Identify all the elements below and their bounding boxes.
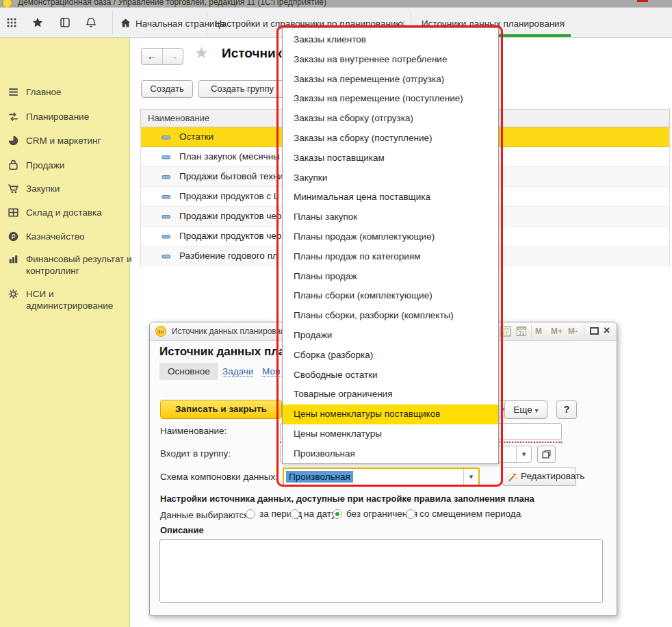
name-field-label: Наименование: [160,426,227,436]
dropdown-item[interactable]: Минимальная цена поставщика [283,188,498,207]
dropdown-item[interactable]: Заказы поставщикам [283,149,498,168]
chevron-down-icon[interactable]: ▾ [516,446,531,462]
finance-bars-icon [7,253,20,266]
sidebar-item-label: Продажи [26,159,134,171]
dialog-tab-tasks[interactable]: Задачи [222,366,253,377]
sidebar-item-label: Планирование [26,111,134,123]
dropdown-item[interactable]: Продажи [283,326,498,346]
more-button[interactable]: Еще ▾ [504,400,547,419]
dropdown-item[interactable]: Планы продаж (комплектующие) [283,227,498,247]
more-button-label: Еще [513,405,532,415]
svg-text:₽: ₽ [12,233,16,240]
planning-arrows-icon [7,110,20,123]
dropdown-item[interactable]: Планы продаж [283,267,498,287]
forward-arrow-icon[interactable]: → [163,49,183,64]
calendar-icon[interactable]: 31 [516,326,527,337]
dropdown-item[interactable]: Планы сборки, разборки (комплекты) [283,306,498,326]
dropdown-item[interactable]: Заказы на перемещение (поступление) [283,89,498,109]
table-row-label: План закупок (месячны [179,151,280,162]
radio-option-label: со смещением периода [419,509,521,519]
memory-button[interactable]: M [535,327,542,336]
history-nav: ← → [141,48,183,65]
app-menu-icon[interactable] [2,0,12,8]
dropdown-item[interactable]: Товарные ограничения [283,385,498,405]
dropdown-item[interactable]: Заказы клиентов [283,30,498,50]
home-tab[interactable]: Начальная страница [135,18,225,30]
dialog-tab-main[interactable]: Основное [159,363,218,380]
sidebar-item[interactable]: Финансовый результат и контроллинг [0,253,130,266]
sidebar-item[interactable]: ₽Казначейство [0,230,130,244]
notifications-bell-icon[interactable] [85,16,97,29]
calculator-icon[interactable] [500,326,511,337]
radio-dot-icon [333,509,342,519]
dropdown-item[interactable]: Закупки [283,168,498,188]
radio-option[interactable]: без ограничения [333,509,417,519]
sidebar-item[interactable]: НСИ и администрирование [0,287,130,301]
window-close-icon[interactable] [637,0,648,2]
favorites-star-icon[interactable] [31,16,44,29]
table-row-label: Продажи продуктов чер [179,231,281,241]
dropdown-item[interactable]: Заказы на внутреннее потребление [283,50,498,70]
sidebar-item-label: CRM и маркетинг [26,135,134,146]
help-button[interactable]: ? [556,400,577,419]
back-arrow-icon[interactable]: ← [142,49,163,64]
home-icon[interactable] [120,17,131,29]
tab-divider [207,11,207,34]
period-radio-group: за периодна датубез ограничениясо смещен… [150,509,617,524]
maximize-icon[interactable] [590,327,599,335]
dropdown-item[interactable]: Заказы на сборку (отгрузка) [283,109,498,129]
apps-grid-icon[interactable] [5,16,18,29]
description-textarea[interactable] [159,539,603,603]
dropdown-item[interactable]: Цены номенклатуры [283,424,498,444]
open-list-icon [541,449,552,459]
svg-text:31: 31 [519,331,525,336]
sidebar-item-label: Казначейство [26,231,134,242]
history-scroll-icon[interactable] [59,16,71,29]
window-titlebar: Демонстрационная база / Управление торго… [0,0,672,8]
close-icon[interactable]: × [604,324,610,337]
edit-schema-label: Редактировать [521,471,584,481]
warehouse-grid-icon [7,206,20,219]
favorite-star-icon[interactable]: ★ [194,44,209,62]
dropdown-item[interactable]: Планы закупок [283,207,498,227]
dropdown-item[interactable]: Планы продаж по категориям [283,247,498,267]
sidebar-item[interactable]: Склад и доставка [0,206,130,220]
dropdown-item[interactable]: Свободные остатки [283,366,498,385]
item-dash-icon [161,155,171,160]
sections-menu-icon [7,86,20,99]
window-title: Демонстрационная база / Управление торго… [18,0,326,7]
sidebar-item[interactable]: Планирование [0,110,130,124]
radio-option[interactable]: на дату [290,509,336,519]
edit-schema-button[interactable]: Редактировать [502,468,576,486]
table-row-label: Остатки [179,131,214,142]
schema-field-label: Схема компоновки данных: [160,472,278,482]
sidebar-item[interactable]: Главное [0,86,130,99]
sidebar-item-label: Главное [26,86,134,98]
memory-button[interactable]: M+ [551,327,563,336]
memory-button[interactable]: M- [568,327,578,336]
settings-section-title: Настройки источника данных, доступные пр… [160,494,534,504]
purchases-cart-icon [7,182,20,195]
chevron-down-icon[interactable]: ▾ [463,469,478,485]
create-button[interactable]: Создать [141,80,193,98]
open-list-button[interactable] [537,446,556,463]
radio-option-label: на дату [304,509,336,519]
dropdown-item[interactable]: Произвольная [283,444,498,464]
sidebar-item-label: Финансовый результат и контроллинг [26,253,134,277]
sidebar-item[interactable]: Закупки [0,182,130,196]
sidebar-item[interactable]: CRM и маркетинг [0,134,130,148]
dropdown-item[interactable]: Цены номенклатуры поставщиков [283,405,498,424]
radio-dot-icon [406,509,415,519]
create-group-button[interactable]: Создать группу [198,80,286,98]
radio-dot-icon [246,509,255,519]
dropdown-item[interactable]: Заказы на сборку (поступление) [283,129,498,149]
dropdown-item[interactable]: Сборка (разборка) [283,346,498,366]
dropdown-item[interactable]: Планы сборки (комплектующие) [283,286,498,306]
save-and-close-button[interactable]: Записать и закрыть [160,400,282,419]
tab-close-icon[interactable]: × [560,18,565,29]
radio-option[interactable]: со смещением периода [406,509,521,519]
sidebar-item[interactable]: Продажи [0,159,130,172]
dropdown-item[interactable]: Заказы на перемещение (отгрузка) [283,70,498,90]
dialog-title: Источник данных планирования [172,327,294,336]
schema-combo-input[interactable]: Произвольная ▾ [283,468,480,486]
